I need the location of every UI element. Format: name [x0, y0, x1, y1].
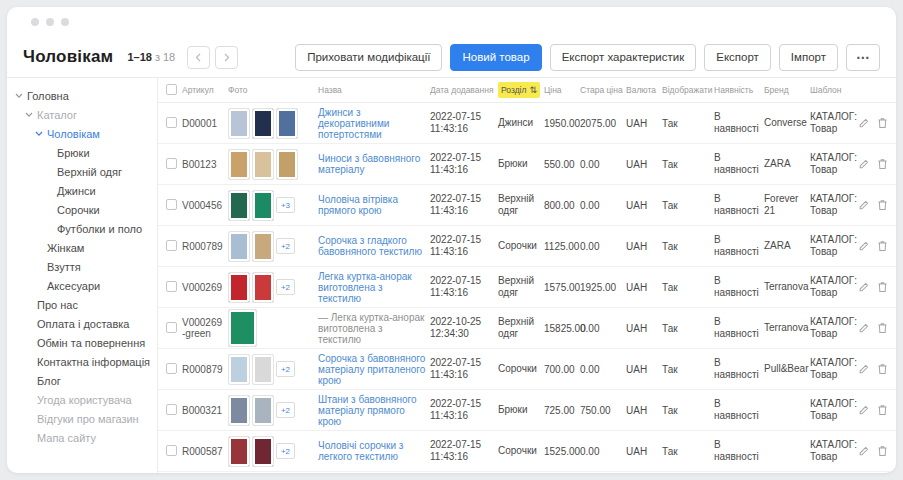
product-photo[interactable] — [228, 272, 250, 303]
sorted-column-highlight[interactable]: Розділ ⇅ — [498, 82, 540, 98]
product-photo[interactable] — [252, 354, 274, 385]
delete-button[interactable] — [877, 199, 888, 211]
row-checkbox[interactable] — [166, 363, 177, 374]
column-header-currency[interactable]: Валюта — [626, 85, 662, 95]
row-checkbox[interactable] — [166, 117, 177, 128]
row-checkbox[interactable] — [166, 322, 177, 333]
product-photo[interactable] — [228, 395, 250, 426]
product-name-link[interactable]: Чоловіча вітрівка прямого крою — [318, 194, 398, 216]
sidebar-item[interactable]: Верхній одяг — [7, 162, 157, 181]
sidebar-item[interactable]: Джинси — [7, 181, 157, 200]
new-product-button[interactable]: Новий товар — [450, 44, 541, 71]
sidebar-item[interactable]: Взуття — [7, 257, 157, 276]
window-control-close[interactable] — [31, 18, 39, 26]
product-photo[interactable] — [252, 108, 274, 139]
product-name-link[interactable]: Сорочка з бавовняного матеріалу притален… — [318, 353, 425, 386]
edit-button[interactable] — [858, 281, 870, 293]
window-control-maximize[interactable] — [61, 18, 69, 26]
product-photo[interactable] — [252, 190, 274, 221]
delete-button[interactable] — [877, 158, 888, 170]
next-page-button[interactable] — [215, 46, 238, 69]
select-all-checkbox[interactable] — [166, 84, 177, 95]
column-header-availability[interactable]: Наявність — [714, 84, 764, 96]
delete-button[interactable] — [877, 404, 888, 416]
sidebar-item[interactable]: Блог — [7, 371, 157, 390]
sidebar-item[interactable]: Про нас — [7, 295, 157, 314]
column-header-date-added[interactable]: Дата додавання — [430, 84, 498, 96]
delete-button[interactable] — [877, 240, 888, 252]
export-characteristics-button[interactable]: Експорт характеристик — [550, 44, 697, 71]
product-photo[interactable] — [228, 231, 250, 262]
product-photo[interactable] — [228, 149, 250, 180]
product-photo[interactable] — [276, 149, 298, 180]
column-header-brand[interactable]: Бренд — [764, 84, 810, 96]
product-photo[interactable] — [252, 272, 274, 303]
sidebar-item[interactable]: Відгуки про магазин — [7, 409, 157, 428]
delete-button[interactable] — [877, 117, 888, 129]
product-photo[interactable] — [228, 436, 250, 467]
sidebar-item[interactable]: Обмін та повернення — [7, 333, 157, 352]
edit-button[interactable] — [858, 404, 870, 416]
hide-modifications-button[interactable]: Приховати модифікації — [295, 44, 442, 71]
delete-button[interactable] — [877, 445, 888, 457]
sidebar-item[interactable]: Угода користувача — [7, 390, 157, 409]
column-header-display[interactable]: Відображати — [662, 85, 714, 95]
product-name-link[interactable]: Легка куртка-анорак виготовлена з тексти… — [318, 271, 412, 304]
row-checkbox[interactable] — [166, 404, 177, 415]
prev-page-button[interactable] — [187, 46, 210, 69]
row-checkbox[interactable] — [166, 281, 177, 292]
product-photo[interactable] — [228, 190, 250, 221]
edit-button[interactable] — [858, 363, 870, 375]
row-checkbox[interactable] — [166, 158, 177, 169]
edit-button[interactable] — [858, 158, 870, 170]
delete-button[interactable] — [877, 363, 888, 375]
export-button[interactable]: Експорт — [704, 44, 771, 71]
row-checkbox[interactable] — [166, 240, 177, 251]
product-name-link[interactable]: Чоловічі сорочки з легкого текстилю — [318, 440, 403, 462]
more-photos-badge[interactable]: +2 — [276, 361, 295, 377]
product-photo[interactable] — [228, 309, 257, 347]
product-photo[interactable] — [252, 149, 274, 180]
more-photos-badge[interactable]: +2 — [276, 402, 295, 418]
row-checkbox[interactable] — [166, 199, 177, 210]
edit-button[interactable] — [858, 445, 870, 457]
more-photos-badge[interactable]: +2 — [276, 279, 295, 295]
sidebar-item[interactable]: Оплата і доставка — [7, 314, 157, 333]
sidebar-item[interactable]: Аксесуари — [7, 276, 157, 295]
sidebar-item[interactable]: Футболки и поло — [7, 219, 157, 238]
product-photo[interactable] — [252, 231, 274, 262]
product-name-link[interactable]: Джинси з декоративними потертостями — [318, 107, 389, 140]
sidebar-item[interactable]: Мапа сайту — [7, 428, 157, 447]
delete-button[interactable] — [877, 322, 888, 334]
more-actions-button[interactable]: ⋯ — [846, 44, 880, 71]
column-header-old-price[interactable]: Стара ціна — [580, 85, 626, 95]
product-photo[interactable] — [228, 108, 250, 139]
product-name-link[interactable]: Чиноси з бавовняного матеріалу — [318, 153, 420, 175]
more-photos-badge[interactable]: +2 — [276, 443, 295, 459]
row-checkbox[interactable] — [166, 445, 177, 456]
column-header-price[interactable]: Ціна — [544, 85, 580, 95]
delete-button[interactable] — [877, 281, 888, 293]
more-photos-badge[interactable]: +2 — [276, 238, 295, 254]
sidebar-item[interactable]: Каталог — [7, 105, 157, 124]
edit-button[interactable] — [858, 240, 870, 252]
product-photo[interactable] — [276, 108, 298, 139]
product-photo[interactable] — [252, 436, 274, 467]
product-name-link[interactable]: — Легка куртка-анорак виготовлена з текс… — [318, 312, 424, 345]
sidebar-item[interactable]: Контактна інформація — [7, 352, 157, 371]
product-photo[interactable] — [228, 354, 250, 385]
edit-button[interactable] — [858, 199, 870, 211]
import-button[interactable]: Імпорт — [779, 44, 838, 71]
edit-button[interactable] — [858, 117, 870, 129]
sidebar-item[interactable]: Чоловікам — [7, 124, 157, 143]
column-header-name[interactable]: Назва — [318, 85, 430, 96]
sidebar-item[interactable]: Головна — [7, 86, 157, 105]
product-photo[interactable] — [252, 395, 274, 426]
window-control-minimize[interactable] — [46, 18, 54, 26]
more-photos-badge[interactable]: +3 — [276, 197, 295, 213]
sidebar-item[interactable]: Брюки — [7, 143, 157, 162]
sidebar-item[interactable]: Жінкам — [7, 238, 157, 257]
column-header-template[interactable]: Шаблон — [810, 84, 858, 96]
column-header-sku[interactable]: Артикул — [182, 85, 228, 96]
product-name-link[interactable]: Сорочка з гладкого бавовняного текстилю — [318, 235, 422, 257]
